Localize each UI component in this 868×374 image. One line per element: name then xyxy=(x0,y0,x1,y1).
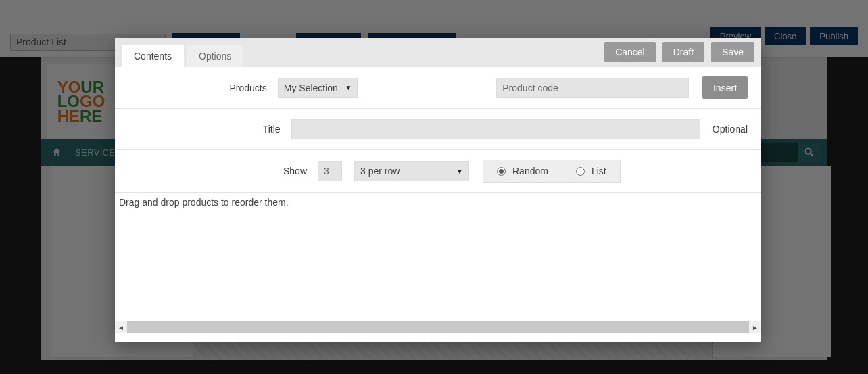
modal-actions: Cancel Draft Save xyxy=(604,42,754,62)
product-code-input[interactable] xyxy=(496,78,689,98)
title-input[interactable] xyxy=(291,119,700,139)
products-source-value: My Selection xyxy=(284,83,338,93)
display-mode-toggle: Random List xyxy=(483,160,621,183)
chevron-down-icon: ▼ xyxy=(456,168,463,175)
scroll-left-icon[interactable]: ◄ xyxy=(115,321,127,333)
random-label: Random xyxy=(512,166,548,177)
reorder-area[interactable]: Drag and drop products to reorder them. xyxy=(115,193,761,321)
show-label: Show xyxy=(115,166,318,177)
row-title: Title Optional xyxy=(115,109,761,149)
display-mode-random[interactable]: Random xyxy=(483,160,562,182)
save-button[interactable]: Save xyxy=(711,42,754,62)
horizontal-scrollbar[interactable]: ◄ ► xyxy=(115,321,761,333)
display-mode-list[interactable]: List xyxy=(562,160,620,182)
section-show: Show 3 per row ▼ Random xyxy=(115,150,761,193)
viewport: Product List Ghost Preview Close Publish… xyxy=(0,0,868,374)
per-row-value: 3 per row xyxy=(360,166,400,177)
insert-button[interactable]: Insert xyxy=(702,76,748,99)
row-products: Products My Selection ▼ Insert xyxy=(115,67,761,108)
products-label: Products xyxy=(115,83,278,93)
modal-body: Products My Selection ▼ Insert Title xyxy=(115,67,761,342)
tab-options-label: Options xyxy=(199,51,231,62)
radio-icon xyxy=(576,167,585,176)
modal-header: Contents Options Cancel Draft Save xyxy=(115,38,761,67)
tab-options[interactable]: Options xyxy=(187,45,243,67)
section-products: Products My Selection ▼ Insert xyxy=(115,67,761,109)
scroll-right-icon[interactable]: ► xyxy=(749,321,761,333)
show-count-input[interactable] xyxy=(318,161,342,181)
tab-contents[interactable]: Contents xyxy=(122,45,184,67)
modal-tabs: Contents Options xyxy=(115,38,246,67)
per-row-select[interactable]: 3 per row ▼ xyxy=(354,161,469,181)
draft-button[interactable]: Draft xyxy=(662,42,704,62)
cancel-button[interactable]: Cancel xyxy=(604,42,656,62)
section-title: Title Optional xyxy=(115,109,761,150)
title-label: Title xyxy=(115,124,291,135)
row-show: Show 3 per row ▼ Random xyxy=(115,150,761,192)
radio-icon xyxy=(497,167,506,176)
chevron-down-icon: ▼ xyxy=(345,84,352,91)
list-label: List xyxy=(592,166,606,177)
reorder-hint: Drag and drop products to reorder them. xyxy=(119,197,289,208)
products-source-select[interactable]: My Selection ▼ xyxy=(278,78,358,98)
scroll-track[interactable] xyxy=(127,321,749,333)
title-optional-note: Optional xyxy=(713,124,748,135)
modal-scrollpane[interactable]: Products My Selection ▼ Insert Title xyxy=(115,67,761,342)
tab-contents-label: Contents xyxy=(134,51,172,62)
product-list-modal: Contents Options Cancel Draft Save Produ… xyxy=(115,38,761,342)
